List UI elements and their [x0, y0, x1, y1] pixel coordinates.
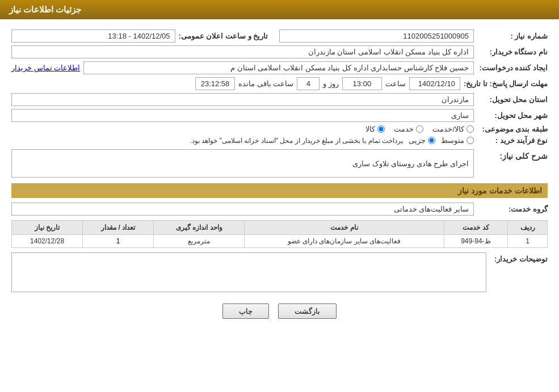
- print-button[interactable]: چاپ: [222, 304, 269, 319]
- process-mottaveset-option[interactable]: متوسط: [441, 136, 474, 145]
- col-need-date: تاریخ نیاز: [12, 221, 83, 235]
- cell-measurement-unit: مترمربع: [154, 235, 245, 248]
- need-number-label: شماره نیاز :: [474, 32, 548, 40]
- col-quantity: تعداد / مقدار: [83, 221, 154, 235]
- services-section-title: اطلاعات خدمات مورد نیاز: [11, 183, 548, 198]
- process-jozvi-option[interactable]: جزیی: [409, 136, 435, 145]
- delivery-city-value: ساری: [11, 109, 474, 122]
- col-measurement-unit: واحد اندازه گیری: [154, 221, 245, 235]
- general-description-title: شرح کلی نیاز:: [474, 149, 548, 161]
- announcement-label: تاریخ و ساعت اعلان عمومی:: [175, 32, 268, 40]
- category-khedmat-radio[interactable]: [416, 125, 423, 133]
- creator-label: ایجاد کننده درخواست:: [474, 64, 548, 72]
- creator-value: حسین فلاح کارشناس حسابداری اداره کل بنیا…: [83, 61, 474, 74]
- category-kala-khedmat-label: کالا/خدمت: [432, 125, 464, 133]
- back-button[interactable]: بازگشت: [278, 304, 337, 319]
- need-number-value: 1102005251000905: [279, 29, 474, 43]
- delivery-city-label: شهر محل تحویل:: [474, 111, 548, 120]
- page-title: جزئیات اطلاعات نیاز: [9, 5, 81, 14]
- category-label: طبقه بندی موضوعی:: [474, 125, 548, 133]
- category-kala-radio[interactable]: [377, 125, 385, 133]
- category-khedmat-label: خدمت: [394, 125, 414, 133]
- buyer-notes-label: توضیحات خریدار:: [491, 252, 548, 263]
- page-header: جزئیات اطلاعات نیاز: [0, 0, 559, 19]
- cell-service-name: فعالیت‌های سایر سازمان‌های دارای عضو: [245, 235, 444, 248]
- response-remaining: 23:12:58: [195, 77, 235, 90]
- col-service-name: نام خدمت: [245, 221, 444, 235]
- announcement-value: 1402/12/05 - 13:18: [11, 29, 175, 43]
- process-type-label: نوع فرآیند خرید :: [474, 136, 548, 145]
- response-day-label: روز و: [323, 79, 339, 88]
- response-days: 4: [297, 77, 320, 90]
- button-row: بازگشت چاپ: [11, 297, 548, 328]
- general-description-value: اجرای طرح هادی روستای تلاوک ساری: [11, 149, 474, 178]
- response-date: 1402/12/10: [409, 77, 460, 90]
- contact-link[interactable]: اطلاعات تماس خریدار: [11, 64, 80, 72]
- process-description: پرداخت تمام یا بخشی از مبلغ خریدار از مح…: [190, 137, 403, 145]
- buyer-org-label: نام دستگاه خریدار:: [474, 48, 548, 56]
- category-kala-option[interactable]: کالا: [365, 125, 385, 133]
- response-date-label: مهلت ارسال پاسخ: تا تاریخ:: [460, 79, 548, 88]
- table-row: 1 ظ-94-949 فعالیت‌های سایر سازمان‌های دا…: [12, 235, 548, 248]
- process-jozvi-label: جزیی: [409, 136, 426, 145]
- process-jozvi-radio[interactable]: [428, 137, 435, 144]
- category-kala-label: کالا: [365, 125, 375, 133]
- cell-service-code: ظ-94-949: [444, 235, 508, 248]
- col-service-code: کد خدمت: [444, 221, 508, 235]
- delivery-province-value: مازندران: [11, 93, 474, 106]
- buyer-notes-textarea[interactable]: [11, 252, 486, 292]
- services-table: ردیف کد خدمت نام خدمت واحد اندازه گیری ت…: [11, 220, 548, 248]
- response-time-label: ساعت: [385, 79, 406, 88]
- process-mottaveset-radio[interactable]: [466, 137, 474, 144]
- cell-quantity: 1: [83, 235, 154, 248]
- cell-row-number: 1: [508, 235, 548, 248]
- response-remaining-label: ساعت باقی مانده: [238, 79, 293, 88]
- col-row-number: ردیف: [508, 221, 548, 235]
- category-kala-khedmat-radio[interactable]: [466, 125, 474, 133]
- response-time: 13:00: [342, 77, 382, 90]
- delivery-province-label: استان محل تحویل:: [474, 95, 548, 104]
- cell-need-date: 1402/12/28: [12, 235, 83, 248]
- process-mottaveset-label: متوسط: [441, 136, 464, 145]
- service-group-value: سایر فعالیت‌های خدماتی: [11, 203, 474, 216]
- service-group-label: گروه خدمت:: [474, 205, 548, 213]
- category-khedmat-option[interactable]: خدمت: [394, 125, 423, 133]
- category-kala-khedmat-option[interactable]: کالا/خدمت: [432, 125, 474, 133]
- buyer-org-value: اداره کل بنیاد مسکن انقلاب اسلامی استان …: [11, 45, 474, 58]
